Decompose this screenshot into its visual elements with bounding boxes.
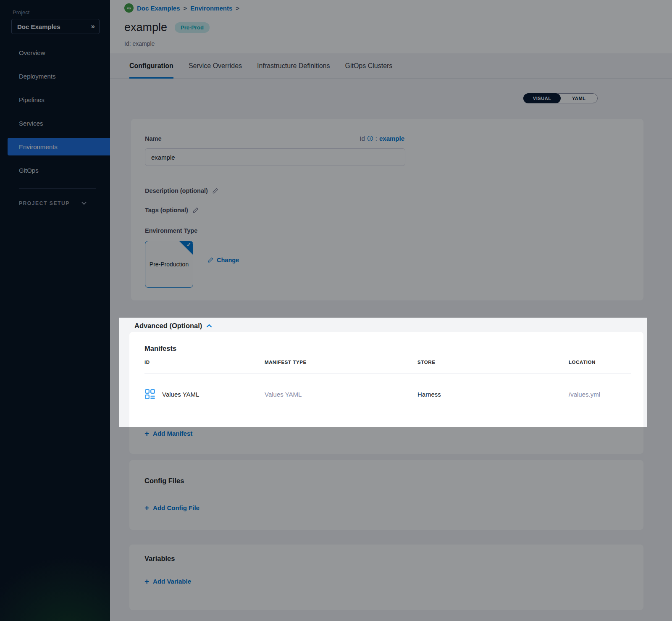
environment-type-label: Environment Type	[145, 227, 197, 234]
id-hint: Id : example	[360, 135, 404, 142]
breadcrumb: ∞ Doc Examples > Environments >	[124, 3, 239, 13]
tab-bar: Configuration Service Overrides Infrastr…	[110, 53, 672, 79]
sidebar-item-label: Services	[19, 120, 43, 127]
id-value-link[interactable]: example	[379, 135, 404, 142]
env-type-badge: Pre-Prod	[175, 22, 210, 33]
manifest-location: /values.yml	[569, 391, 631, 398]
name-label: Name	[145, 135, 162, 142]
config-files-card: Config Files + Add Config File	[129, 460, 643, 530]
project-setup-label: PROJECT SETUP	[19, 200, 70, 206]
tab-service-overrides[interactable]: Service Overrides	[189, 53, 242, 79]
plus-icon: +	[144, 429, 149, 437]
visual-yaml-toggle[interactable]: VISUAL YAML	[523, 93, 598, 103]
chevron-down-icon	[81, 202, 87, 205]
sidebar-item-services[interactable]: Services	[0, 111, 110, 135]
tab-gitops-clusters[interactable]: GitOps Clusters	[345, 53, 392, 79]
add-config-file-label: Add Config File	[153, 504, 200, 511]
column-location: LOCATION	[569, 360, 631, 365]
edit-pencil-icon[interactable]	[192, 207, 199, 213]
info-icon[interactable]	[367, 135, 373, 142]
manifest-id: Values YAML	[162, 391, 199, 398]
breadcrumb-separator: >	[236, 5, 239, 12]
project-label: Project	[13, 9, 29, 16]
title-row: example Pre-Prod	[124, 21, 210, 34]
variables-title: Variables	[144, 555, 175, 563]
sidebar-nav: Overview Deployments Pipelines Services …	[0, 41, 110, 182]
sidebar-item-overview[interactable]: Overview	[0, 41, 110, 64]
sidebar-item-label: Overview	[19, 49, 45, 56]
tab-infrastructure-definitions[interactable]: Infrastructure Definitions	[257, 53, 330, 79]
sidebar-item-pipelines[interactable]: Pipelines	[0, 88, 110, 111]
manifests-table-header: ID MANIFEST TYPE STORE LOCATION	[144, 360, 631, 365]
tags-label: Tags (optional)	[145, 207, 188, 213]
project-setup-toggle[interactable]: PROJECT SETUP	[19, 200, 99, 206]
page-title: example	[124, 21, 167, 34]
config-files-title: Config Files	[144, 477, 184, 485]
sidebar-item-label: Environments	[19, 143, 58, 150]
sidebar-item-label: Pipelines	[19, 96, 45, 103]
add-manifest-button[interactable]: + Add Manifest	[144, 429, 192, 437]
tags-edit[interactable]: Tags (optional)	[145, 207, 199, 213]
name-input[interactable]	[145, 148, 405, 166]
add-variable-label: Add Variable	[153, 578, 191, 585]
harness-cd-icon: ∞	[124, 3, 134, 13]
description-label: Description (optional)	[145, 187, 208, 194]
values-yaml-manifest-icon	[144, 389, 155, 400]
id-separator: :	[375, 135, 377, 142]
manifest-table-row[interactable]: Values YAML Values YAML Harness /values.…	[144, 373, 631, 415]
advanced-title: Advanced (Optional)	[134, 322, 202, 330]
harness-environment-page: Project Doc Examples » Overview Deployme…	[0, 0, 672, 621]
description-edit[interactable]: Description (optional)	[145, 187, 218, 194]
column-store: STORE	[417, 360, 569, 365]
entity-id: Id: example	[124, 40, 155, 47]
plus-icon: +	[144, 504, 149, 512]
add-variable-button[interactable]: + Add Variable	[144, 577, 191, 585]
project-selector[interactable]: Doc Examples »	[11, 19, 100, 34]
environment-type-value: Pre-Production	[146, 261, 192, 268]
sidebar-item-deployments[interactable]: Deployments	[0, 64, 110, 88]
chevron-up-icon	[206, 324, 212, 328]
advanced-section-toggle[interactable]: Advanced (Optional)	[134, 322, 212, 330]
sidebar-item-environments[interactable]: Environments	[8, 138, 110, 155]
check-icon: ✓	[186, 242, 191, 248]
tab-configuration[interactable]: Configuration	[129, 53, 173, 79]
add-manifest-label: Add Manifest	[153, 430, 192, 437]
sidebar-item-gitops[interactable]: GitOps	[0, 158, 110, 182]
sidebar: Project Doc Examples » Overview Deployme…	[0, 0, 110, 621]
toggle-yaml[interactable]: YAML	[560, 94, 597, 103]
change-label: Change	[217, 257, 239, 263]
toggle-visual[interactable]: VISUAL	[523, 93, 561, 103]
sidebar-item-label: Deployments	[19, 73, 56, 80]
breadcrumb-link-project[interactable]: Doc Examples	[137, 5, 180, 12]
edit-pencil-icon[interactable]	[212, 188, 218, 194]
sidebar-collapse-icon[interactable]: »	[91, 22, 94, 31]
infinity-glyph: ∞	[127, 5, 131, 11]
sidebar-divider	[19, 188, 96, 189]
column-id: ID	[144, 360, 265, 365]
id-prefix: Id	[360, 135, 365, 142]
manifest-store: Harness	[417, 391, 569, 398]
edit-pencil-icon	[207, 257, 213, 263]
manifests-title: Manifests	[144, 345, 176, 353]
manifests-card: Manifests ID MANIFEST TYPE STORE LOCATIO…	[129, 332, 643, 454]
plus-icon: +	[144, 577, 149, 585]
change-environment-type-button[interactable]: Change	[207, 257, 239, 263]
column-manifest-type: MANIFEST TYPE	[265, 360, 417, 365]
variables-card: Variables + Add Variable	[129, 545, 643, 610]
breadcrumb-link-environments[interactable]: Environments	[190, 5, 232, 12]
page-header: ∞ Doc Examples > Environments > example …	[110, 0, 672, 53]
add-config-file-button[interactable]: + Add Config File	[144, 504, 200, 512]
project-name: Doc Examples	[17, 23, 91, 30]
environment-config-card: Name Id : example Description (optional)…	[131, 119, 643, 300]
manifest-type: Values YAML	[265, 391, 417, 398]
environment-type-tile-preproduction[interactable]: ✓ Pre-Production	[145, 241, 193, 288]
breadcrumb-separator: >	[184, 5, 187, 12]
sidebar-item-label: GitOps	[19, 167, 39, 174]
